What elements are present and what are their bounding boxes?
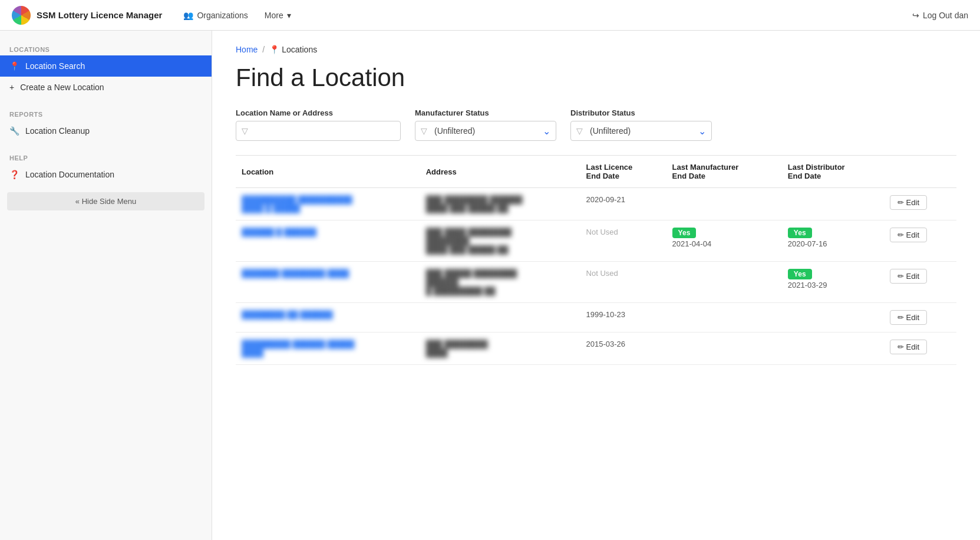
- edit-label: Edit: [906, 343, 919, 351]
- sidebar-section-reports: REPORTS: [0, 105, 212, 120]
- sidebar-location-cleanup-label: Location Cleanup: [25, 126, 90, 136]
- edit-button[interactable]: ✏ Edit: [890, 340, 927, 354]
- col-edit: [884, 156, 956, 188]
- page-title: Find a Location: [236, 64, 956, 92]
- filter-row: Location Name or Address ▽ Manufacturer …: [236, 108, 956, 141]
- manufacturer-end-date-cell: [666, 188, 782, 220]
- address-blurred: ███ ████████████: [426, 340, 488, 357]
- location-name-input[interactable]: [236, 121, 401, 141]
- location-name-cell: ██████ █ ██████: [236, 220, 420, 262]
- table-row: ███████ ████████ ████ ███ █████ ████████…: [236, 262, 956, 303]
- address-blurred: ███ █████ ███████████████ █████████ ██: [426, 269, 517, 295]
- location-name-blurred: ████████ ██ ██████: [242, 310, 333, 319]
- main-content: Home / 📍 Locations Find a Location Locat…: [212, 31, 980, 540]
- sidebar-create-location-label: Create a New Location: [20, 83, 104, 92]
- distributor-end-date-cell: [782, 303, 884, 332]
- licence-end-date: 2020-09-21: [586, 195, 626, 204]
- col-location: Location: [236, 156, 420, 188]
- plus-icon: +: [9, 83, 14, 92]
- location-pin-icon: 📍: [9, 61, 19, 71]
- address-blurred: ███ ████████ ██████████ ███ █████ ██: [426, 195, 523, 213]
- edit-button[interactable]: ✏ Edit: [890, 310, 927, 325]
- sidebar-item-location-search[interactable]: 📍 Location Search: [0, 55, 212, 77]
- location-name-cell: █████████ ██████ █████████: [236, 332, 420, 365]
- more-label: More: [265, 11, 283, 20]
- app-title: SSM Lottery Licence Manager: [37, 10, 162, 20]
- manufacturer-date: 2021-04-04: [672, 239, 776, 248]
- sidebar-item-create-location[interactable]: + Create a New Location: [0, 77, 212, 98]
- breadcrumb-current: 📍 Locations: [269, 45, 317, 54]
- edit-cell: ✏ Edit: [884, 188, 956, 220]
- col-last-licence-end-date: Last Licence End Date: [580, 156, 666, 188]
- edit-cell: ✏ Edit: [884, 303, 956, 332]
- col-last-distributor-end-date: Last Distributor End Date: [782, 156, 884, 188]
- manufacturer-status-select[interactable]: (Unfiltered): [415, 121, 556, 141]
- edit-label: Edit: [906, 313, 919, 322]
- location-name-cell: ████████ ██ ██████: [236, 303, 420, 332]
- location-name-input-wrap: ▽: [236, 121, 401, 141]
- sidebar-item-location-cleanup[interactable]: 🔧 Location Cleanup: [0, 120, 212, 141]
- edit-label: Edit: [906, 272, 919, 281]
- hide-side-menu-button[interactable]: « Hide Side Menu: [7, 192, 204, 210]
- edit-pencil-icon: ✏: [897, 272, 904, 281]
- location-name-blurred: ██████ █ ██████: [242, 228, 316, 236]
- edit-button[interactable]: ✏ Edit: [890, 228, 927, 242]
- address-cell: ███ ████████ ██████████ ███ █████ ██: [420, 188, 580, 220]
- manufacturer-status-select-wrap: ▽ (Unfiltered) ⌄: [415, 121, 556, 141]
- edit-button[interactable]: ✏ Edit: [890, 195, 927, 210]
- breadcrumb-home[interactable]: Home: [236, 45, 258, 54]
- address-cell: [420, 303, 580, 332]
- manufacturer-end-date-cell: [666, 303, 782, 332]
- logout-button[interactable]: ↪ Log Out dan: [912, 11, 968, 20]
- distributor-end-date-cell: Yes 2020-07-16: [782, 220, 884, 262]
- topnav-links: 👥 Organizations More ▾: [176, 7, 898, 24]
- logout-icon: ↪: [912, 11, 919, 20]
- edit-button[interactable]: ✏ Edit: [890, 269, 927, 284]
- table-row: █████████ ██████ █████████ ███ █████████…: [236, 332, 956, 365]
- locations-table: Location Address Last Licence End Date L…: [236, 156, 956, 365]
- sidebar-divider-1: [0, 98, 212, 105]
- distributor-date: 2021-03-29: [788, 281, 878, 289]
- location-name-blurred: ██████████ ██████████████ █ █████: [242, 195, 352, 213]
- location-name-cell: ███████ ████████ ████: [236, 262, 420, 303]
- breadcrumb: Home / 📍 Locations: [236, 45, 956, 54]
- manufacturer-yes-badge: Yes: [672, 228, 697, 238]
- sidebar-item-location-documentation[interactable]: ❓ Location Documentation: [0, 164, 212, 185]
- app-brand: SSM Lottery Licence Manager: [12, 6, 162, 25]
- col-last-manufacturer-end-date: Last Manufacturer End Date: [666, 156, 782, 188]
- distributor-end-date-cell: [782, 332, 884, 365]
- filter-funnel-icon: ▽: [242, 126, 248, 136]
- licence-end-date-cell: 2020-09-21: [580, 188, 666, 220]
- manufacturer-status-filter-group: Manufacturer Status ▽ (Unfiltered) ⌄: [415, 108, 556, 141]
- broom-icon: 🔧: [9, 126, 19, 136]
- distributor-yes-badge: Yes: [788, 228, 812, 238]
- distributor-status-select-wrap: ▽ (Unfiltered) ⌄: [570, 121, 712, 141]
- organizations-nav-item[interactable]: 👥 Organizations: [176, 7, 255, 24]
- manufacturer-status-label: Manufacturer Status: [415, 108, 556, 117]
- hide-menu-label: « Hide Side Menu: [75, 197, 136, 206]
- sidebar-divider-2: [0, 141, 212, 149]
- distributor-end-date-cell: [782, 188, 884, 220]
- location-name-filter-group: Location Name or Address ▽: [236, 108, 401, 141]
- address-blurred: ███ ████ ████████████████████ ███ █████ …: [426, 228, 512, 254]
- app-logo: [12, 6, 31, 25]
- licence-end-date-cell: Not Used: [580, 262, 666, 303]
- manufacturer-end-date-cell: [666, 332, 782, 365]
- table-header-row: Location Address Last Licence End Date L…: [236, 156, 956, 188]
- location-name-cell: ██████████ ██████████████ █ █████: [236, 188, 420, 220]
- location-name-blurred: █████████ ██████ █████████: [242, 340, 354, 357]
- manufacturer-end-date-cell: [666, 262, 782, 303]
- location-name-blurred: ███████ ████████ ████: [242, 269, 349, 278]
- distributor-status-select[interactable]: (Unfiltered): [570, 121, 712, 141]
- breadcrumb-current-label: Locations: [282, 45, 317, 54]
- more-nav-item[interactable]: More ▾: [258, 7, 298, 24]
- licence-end-date-cell: Not Used: [580, 220, 666, 262]
- licence-end-date-cell: 2015-03-26: [580, 332, 666, 365]
- top-navigation: SSM Lottery Licence Manager 👥 Organizati…: [0, 0, 980, 31]
- sidebar-location-docs-label: Location Documentation: [25, 170, 114, 179]
- sidebar-section-help: HELP: [0, 149, 212, 164]
- logout-label: Log Out dan: [923, 11, 968, 20]
- breadcrumb-separator: /: [262, 45, 265, 54]
- distributor-status-filter-group: Distributor Status ▽ (Unfiltered) ⌄: [570, 108, 712, 141]
- edit-pencil-icon: ✏: [897, 343, 904, 351]
